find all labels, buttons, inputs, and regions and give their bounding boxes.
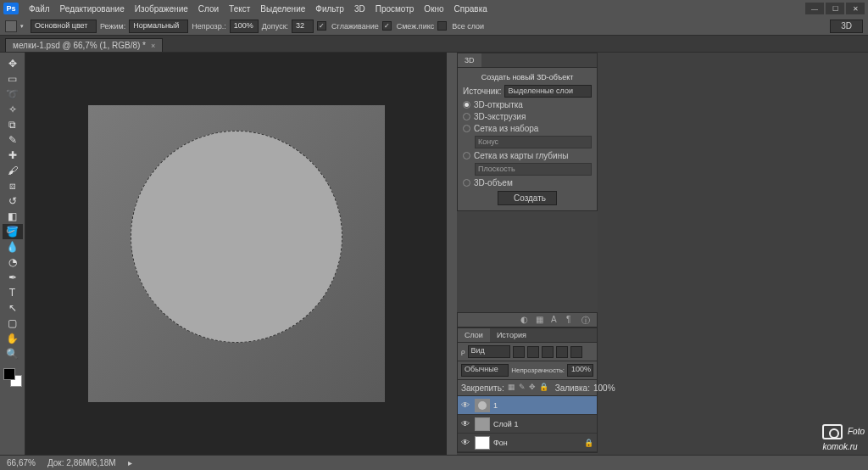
magic-wand-tool[interactable]: ✧	[3, 102, 23, 117]
radio-postcard[interactable]	[463, 101, 470, 109]
contiguous-checkbox[interactable]	[382, 21, 392, 31]
path-tool[interactable]: ↖	[3, 300, 23, 316]
fill-label: Заливка:	[555, 383, 590, 393]
move-tool[interactable]: ✥	[3, 56, 23, 71]
brush-tool[interactable]: 🖌	[3, 163, 23, 178]
layer-name[interactable]: Фон	[493, 439, 508, 447]
filter-pixel-icon[interactable]	[513, 346, 525, 358]
history-icon[interactable]: ◐	[520, 315, 531, 325]
tolerance-field[interactable]: 32	[292, 20, 314, 33]
menu-view[interactable]: Просмотр	[370, 4, 420, 14]
blur-tool[interactable]: 💧	[3, 239, 23, 255]
paragraph-icon[interactable]: ¶	[566, 315, 576, 325]
menu-filter[interactable]: Фильтр	[310, 4, 349, 14]
tab-3d[interactable]: 3D	[458, 53, 481, 67]
zoom-level[interactable]: 66,67%	[7, 458, 36, 467]
lock-transparent-icon[interactable]: ▦	[508, 383, 515, 393]
pen-tool[interactable]: ✒	[3, 270, 23, 285]
eraser-tool[interactable]: ◧	[3, 209, 23, 224]
tool-preset-icon[interactable]	[5, 20, 17, 32]
fill-field[interactable]: 100%	[593, 383, 615, 393]
layer-thumbnail[interactable]	[475, 399, 490, 412]
menu-help[interactable]: Справка	[449, 4, 492, 14]
right-panels: 3D Создать новый 3D-объект Источник: Выд…	[457, 53, 598, 455]
eyedropper-tool[interactable]: ✎	[3, 132, 23, 148]
dodge-tool[interactable]: ◔	[3, 255, 23, 270]
create-button[interactable]: Создать	[498, 191, 557, 205]
canvas-area[interactable]	[25, 53, 447, 455]
lock-paint-icon[interactable]: ✎	[519, 383, 526, 393]
minimize-button[interactable]: —	[805, 3, 824, 14]
menu-select[interactable]: Выделение	[255, 4, 310, 14]
menu-layers[interactable]: Слои	[193, 4, 224, 14]
layer-row[interactable]: 👁 Фон 🔒	[458, 434, 597, 452]
antialias-checkbox[interactable]	[317, 21, 326, 31]
document-tab[interactable]: мелки-1.psd @ 66,7% (1, RGB/8) * ×	[5, 38, 163, 52]
all-layers-checkbox[interactable]	[437, 21, 447, 31]
chevron-down-icon[interactable]: ▾	[20, 23, 27, 30]
doc-info[interactable]: Док: 2,86M/6,18M	[47, 458, 116, 467]
opacity-field[interactable]: 100%	[230, 20, 259, 33]
menu-file[interactable]: Файл	[24, 4, 55, 14]
info-icon[interactable]: ⓘ	[581, 315, 592, 325]
blend-mode-select-layers[interactable]: Обычные	[461, 364, 509, 377]
visibility-icon[interactable]: 👁	[461, 419, 471, 428]
layer-row[interactable]: 👁 Слой 1	[458, 415, 597, 434]
healing-tool[interactable]: ✚	[3, 148, 23, 163]
radio-mesh[interactable]	[463, 125, 470, 132]
3d-mode-button[interactable]: 3D	[830, 20, 863, 33]
chevron-right-icon[interactable]: ▸	[128, 458, 132, 467]
menu-edit[interactable]: Редактирование	[55, 4, 130, 14]
visibility-icon[interactable]: 👁	[461, 400, 471, 410]
lock-position-icon[interactable]: ✥	[529, 383, 536, 393]
menu-text[interactable]: Текст	[224, 4, 255, 14]
layer-name[interactable]: Слой 1	[493, 420, 518, 428]
layer-thumbnail[interactable]	[475, 436, 490, 450]
stamp-tool[interactable]: ⧇	[3, 178, 23, 193]
foreground-color-select[interactable]: Основной цвет	[31, 20, 97, 33]
close-button[interactable]: ✕	[846, 3, 865, 14]
swatches-icon[interactable]: ▦	[536, 315, 546, 325]
type-tool[interactable]: T	[3, 285, 23, 300]
blend-mode-select[interactable]: Нормальный	[129, 20, 188, 33]
canvas[interactable]	[88, 105, 385, 402]
paint-bucket-tool[interactable]: 🪣	[3, 224, 23, 239]
close-icon[interactable]: ×	[151, 42, 155, 50]
source-select[interactable]: Выделенные слои	[504, 85, 592, 98]
text-icon[interactable]: A	[551, 315, 561, 325]
shape-tool[interactable]: ▢	[3, 316, 23, 331]
layer-thumbnail[interactable]	[475, 417, 490, 431]
crop-tool[interactable]: ⧉	[3, 117, 23, 132]
toolbox: ✥ ▭ ➰ ✧ ⧉ ✎ ✚ 🖌 ⧇ ↺ ◧ 🪣 💧 ◔ ✒ T ↖ ▢ ✋ 🔍	[0, 53, 25, 455]
lasso-tool[interactable]: ➰	[3, 87, 23, 102]
radio-depth[interactable]	[463, 152, 470, 159]
lock-all-icon[interactable]: 🔒	[539, 383, 548, 393]
menu-3d[interactable]: 3D	[349, 4, 370, 14]
history-brush-tool[interactable]: ↺	[3, 193, 23, 209]
layer-opacity-field[interactable]: 100%	[567, 364, 593, 377]
depth-preset-select[interactable]: Плоскость	[475, 163, 592, 176]
filter-adjust-icon[interactable]	[527, 346, 539, 358]
foreground-color-swatch[interactable]	[3, 368, 15, 380]
filter-type-icon[interactable]	[542, 346, 554, 358]
watermark-text-2: komok.ru	[822, 442, 857, 451]
panel-collapse-strip[interactable]	[447, 53, 457, 455]
filter-smart-icon[interactable]	[570, 346, 582, 358]
layer-kind-select[interactable]: Вид	[468, 345, 510, 358]
radio-volume[interactable]	[463, 179, 470, 187]
visibility-icon[interactable]: 👁	[461, 438, 471, 447]
zoom-tool[interactable]: 🔍	[3, 346, 23, 361]
tab-history[interactable]: История	[490, 328, 533, 342]
layer-name[interactable]: 1	[493, 401, 498, 410]
maximize-button[interactable]: ☐	[826, 3, 844, 14]
filter-shape-icon[interactable]	[556, 346, 568, 358]
tab-layers[interactable]: Слои	[458, 328, 490, 342]
hand-tool[interactable]: ✋	[3, 331, 23, 346]
radio-extrusion[interactable]	[463, 113, 470, 120]
layer-row[interactable]: 👁 1	[458, 396, 597, 415]
menu-image[interactable]: Изображение	[130, 4, 193, 14]
color-swatches[interactable]	[3, 368, 22, 387]
mesh-preset-select[interactable]: Конус	[475, 136, 592, 148]
marquee-tool[interactable]: ▭	[3, 71, 23, 87]
menu-window[interactable]: Окно	[419, 4, 448, 14]
